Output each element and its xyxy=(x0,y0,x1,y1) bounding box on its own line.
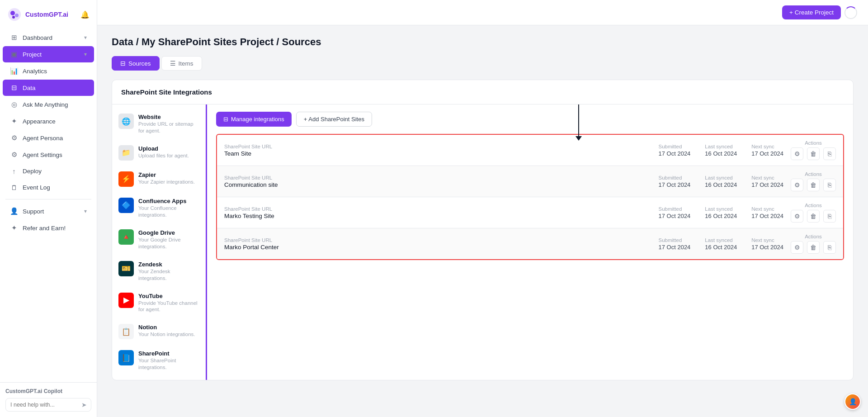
actions-label: Actions xyxy=(791,140,836,146)
last-synced-label: Last synced xyxy=(705,144,737,149)
tab-sources[interactable]: ⊟ Sources xyxy=(112,56,160,71)
row-main: SharePoint Site URL Communication site xyxy=(224,175,659,188)
settings-action-icon[interactable]: ⚙ xyxy=(791,179,803,191)
source-item[interactable]: 🔷 Confluence Apps Your Confluence integr… xyxy=(112,192,206,224)
right-panel: ⊟ Manage integrations + Add SharePoint S… xyxy=(207,104,853,380)
sidebar-item-data[interactable]: ⊟ Data xyxy=(3,80,94,96)
data-icon: ⊟ xyxy=(10,84,18,92)
logo-area: CustomGPT.ai 🔔 xyxy=(0,0,97,27)
sites-table: SharePoint Site URL Team Site Submitted … xyxy=(216,134,844,260)
actions-column: Actions ⚙ 🗑 ⎘ xyxy=(791,171,836,191)
sidebar-item-deploy[interactable]: ↑ Deploy xyxy=(3,163,94,179)
row-value: Marko Testing Site xyxy=(224,213,659,219)
source-list: 🌐 Website Provide URL or sitemap for age… xyxy=(112,104,207,380)
table-row: SharePoint Site URL Marko Testing Site S… xyxy=(217,197,843,228)
submitted-value: 17 Oct 2024 xyxy=(659,150,691,157)
last-synced-value: 16 Oct 2024 xyxy=(705,213,737,219)
row-actions: Actions ⚙ 🗑 ⎘ xyxy=(791,234,836,254)
last-synced-label: Last synced xyxy=(705,206,737,212)
sidebar-item-ask-me[interactable]: ◎ Ask Me Anything xyxy=(3,96,94,113)
copy-action-icon[interactable]: ⎘ xyxy=(823,179,836,191)
source-item[interactable]: ▶ YouTube Provide YouTube channel for ag… xyxy=(112,287,206,319)
source-item[interactable]: 📘 SharePoint Your SharePoint integration… xyxy=(112,345,206,376)
copy-action-icon[interactable]: ⎘ xyxy=(823,210,836,223)
settings-action-icon[interactable]: ⚙ xyxy=(791,147,803,160)
sidebar-item-refer[interactable]: ✦ Refer and Earn! xyxy=(3,220,94,236)
last-synced-value: 16 Oct 2024 xyxy=(705,181,737,188)
next-sync-value: 17 Oct 2024 xyxy=(751,213,783,219)
last-synced-group: Last synced 16 Oct 2024 xyxy=(705,206,737,219)
user-avatar[interactable]: 👤 xyxy=(844,393,861,410)
logo-text: CustomGPT.ai xyxy=(25,11,68,18)
source-desc: Your SharePoint integrations. xyxy=(138,357,199,371)
tab-items[interactable]: ☰ Items xyxy=(161,56,202,71)
tabs: ⊟ Sources ☰ Items xyxy=(112,56,854,71)
page-content: Data / My SharePoint Sites Project / Sou… xyxy=(97,25,868,417)
add-sharepoint-button[interactable]: + Add SharePoint Sites xyxy=(296,112,372,127)
data-label: Data xyxy=(23,85,87,91)
table-row: SharePoint Site URL Marko Portal Center … xyxy=(217,228,843,259)
sources-tab-label: Sources xyxy=(128,60,151,67)
sidebar-item-project[interactable]: ▣ Project ▾ xyxy=(3,46,94,62)
sidebar-item-support[interactable]: 👤 Support ▾ xyxy=(3,203,94,219)
dashboard-icon: ⊞ xyxy=(10,33,18,42)
refer-icon: ✦ xyxy=(10,224,18,232)
deploy-icon: ↑ xyxy=(10,167,18,175)
items-tab-label: Items xyxy=(179,60,193,67)
ask-me-label: Ask Me Anything xyxy=(23,101,87,108)
next-sync-group: Next sync 17 Oct 2024 xyxy=(751,237,783,251)
copilot-input[interactable] xyxy=(10,402,81,408)
copy-action-icon[interactable]: ⎘ xyxy=(823,147,836,160)
last-synced-value: 16 Oct 2024 xyxy=(705,244,737,251)
source-item[interactable]: 🎫 Zendesk Your Zendesk integrations. xyxy=(112,256,206,287)
source-item[interactable]: 📋 Notion Your Notion integrations. xyxy=(112,318,206,345)
source-item[interactable]: 🌐 Website Provide URL or sitemap for age… xyxy=(112,108,206,140)
delete-action-icon[interactable]: 🗑 xyxy=(807,179,820,191)
analytics-icon: 📊 xyxy=(10,67,18,75)
sidebar-item-appearance[interactable]: ✦ Appearance xyxy=(3,113,94,129)
logo-icon xyxy=(7,7,22,22)
source-item[interactable]: ⚡ Zapier Your Zapier integrations. xyxy=(112,166,206,192)
appearance-label: Appearance xyxy=(23,118,87,125)
manage-integrations-button[interactable]: ⊟ Manage integrations xyxy=(216,112,292,127)
source-name: YouTube xyxy=(138,293,199,299)
support-chevron: ▾ xyxy=(84,208,87,214)
sidebar-item-dashboard[interactable]: ⊞ Dashboard ▾ xyxy=(3,29,94,46)
submitted-label: Submitted xyxy=(659,175,691,180)
delete-action-icon[interactable]: 🗑 xyxy=(807,241,820,254)
sidebar-item-analytics[interactable]: 📊 Analytics xyxy=(3,63,94,79)
breadcrumb: Data / My SharePoint Sites Project / Sou… xyxy=(112,36,854,48)
next-sync-label: Next sync xyxy=(751,237,783,243)
project-label: Project xyxy=(23,51,80,58)
refer-label: Refer and Earn! xyxy=(23,225,87,232)
source-item[interactable]: 📁 Upload Upload files for agent. xyxy=(112,140,206,166)
row-meta: Submitted 17 Oct 2024 Last synced 16 Oct… xyxy=(659,144,783,157)
source-name: SharePoint xyxy=(138,350,199,357)
copy-action-icon[interactable]: ⎘ xyxy=(823,241,836,254)
settings-action-icon[interactable]: ⚙ xyxy=(791,241,803,254)
source-desc: Your Confluence integrations. xyxy=(138,205,199,218)
actions-column: Actions ⚙ 🗑 ⎘ xyxy=(791,234,836,254)
delete-action-icon[interactable]: 🗑 xyxy=(807,210,820,223)
submitted-group: Submitted 17 Oct 2024 xyxy=(659,175,691,188)
sidebar-item-event-log[interactable]: 🗒 Event Log xyxy=(3,180,94,195)
source-name: Notion xyxy=(138,324,199,331)
last-synced-label: Last synced xyxy=(705,237,737,243)
row-main: SharePoint Site URL Marko Portal Center xyxy=(224,237,659,251)
source-desc: Your Notion integrations. xyxy=(138,331,199,338)
sidebar-item-agent-persona[interactable]: ⚙ Agent Persona xyxy=(3,130,94,146)
panel-header: SharePoint Site Integrations xyxy=(112,80,853,104)
source-item[interactable]: 🔺 Google Drive Your Google Drive integra… xyxy=(112,224,206,256)
settings-icon: ⚙ xyxy=(10,151,18,159)
bell-icon[interactable]: 🔔 xyxy=(80,10,90,19)
copilot-send-icon[interactable]: ➤ xyxy=(81,401,87,408)
create-project-button[interactable]: + Create Project xyxy=(782,5,841,19)
last-synced-value: 16 Oct 2024 xyxy=(705,150,737,157)
delete-action-icon[interactable]: 🗑 xyxy=(807,147,820,160)
sidebar-item-agent-settings[interactable]: ⚙ Agent Settings xyxy=(3,147,94,163)
event-log-label: Event Log xyxy=(23,184,87,191)
source-desc: Your Zapier integrations. xyxy=(138,179,199,185)
settings-action-icon[interactable]: ⚙ xyxy=(791,210,803,223)
row-main: SharePoint Site URL Marko Testing Site xyxy=(224,206,659,219)
row-value: Communication site xyxy=(224,181,659,188)
